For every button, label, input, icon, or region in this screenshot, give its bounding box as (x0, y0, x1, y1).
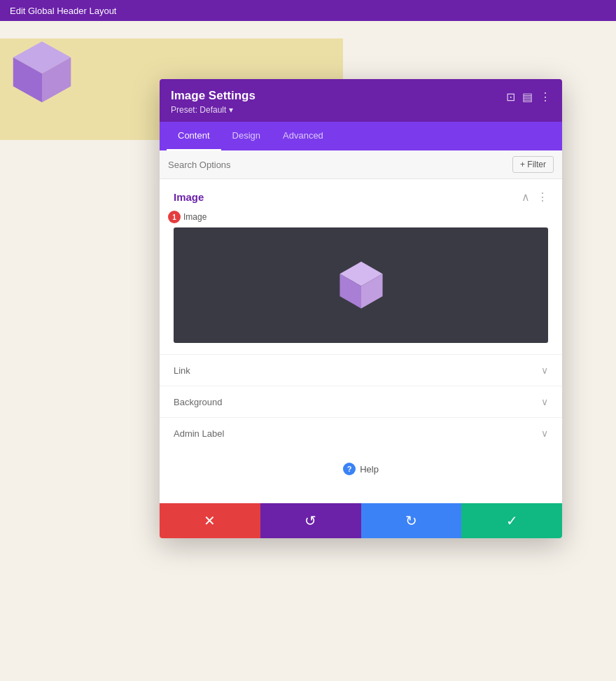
admin-label-section[interactable]: Admin Label ∨ (160, 417, 562, 449)
field-badge: 1 (168, 211, 181, 223)
undo-button[interactable]: ↺ (260, 503, 361, 538)
columns-icon[interactable]: ▤ (522, 92, 533, 103)
modal-header: Image Settings Preset: Default ▾ ⊡ ▤ ⋮ (160, 79, 562, 122)
admin-label-arrow-icon: ∨ (541, 428, 548, 439)
fullscreen-icon[interactable]: ⊡ (506, 92, 515, 103)
section-header: Image ∧ ⋮ (174, 190, 548, 204)
link-arrow-icon: ∨ (541, 365, 548, 376)
section-actions: ∧ ⋮ (522, 190, 548, 204)
help-row: ? Help (160, 449, 562, 489)
cancel-button[interactable]: ✕ (160, 503, 260, 538)
canvas-area: Image Settings Preset: Default ▾ ⊡ ▤ ⋮ C… (0, 21, 616, 681)
collapse-icon[interactable]: ∧ (522, 190, 530, 204)
top-bar: Edit Global Header Layout (0, 0, 616, 21)
modal-content-area: Image ∧ ⋮ 1 Image (160, 179, 562, 503)
background-label: Background (174, 397, 222, 407)
save-button[interactable]: ✓ (461, 503, 562, 538)
redo-button[interactable]: ↻ (361, 503, 462, 538)
section-title: Image (174, 191, 204, 203)
tab-advanced[interactable]: Advanced (272, 122, 335, 150)
modal-header-icons: ⊡ ▤ ⋮ (506, 92, 551, 103)
tab-design[interactable]: Design (221, 122, 272, 150)
link-label: Link (174, 365, 190, 376)
image-field-label: 1 Image (174, 212, 548, 222)
top-bar-title: Edit Global Header Layout (10, 6, 116, 16)
admin-label-text: Admin Label (174, 428, 224, 439)
image-preview[interactable] (174, 227, 548, 343)
tabs-bar: Content Design Advanced (160, 122, 562, 150)
section-more-icon[interactable]: ⋮ (537, 190, 548, 204)
footer-buttons: ✕ ↺ ↻ ✓ (160, 503, 562, 538)
filter-button[interactable]: + Filter (512, 156, 554, 173)
help-label[interactable]: Help (360, 464, 379, 475)
search-bar: + Filter (160, 150, 562, 179)
background-section[interactable]: Background ∨ (160, 386, 562, 417)
modal-header-info: Image Settings Preset: Default ▾ (171, 89, 255, 115)
image-section: Image ∧ ⋮ 1 Image (160, 179, 562, 354)
more-icon[interactable]: ⋮ (540, 92, 551, 103)
modal-title: Image Settings (171, 89, 255, 103)
tab-content[interactable]: Content (167, 122, 221, 150)
modal: Image Settings Preset: Default ▾ ⊡ ▤ ⋮ C… (160, 79, 562, 538)
search-input[interactable] (168, 160, 512, 170)
help-icon: ? (343, 463, 356, 475)
link-section[interactable]: Link ∨ (160, 354, 562, 386)
preset-selector[interactable]: Preset: Default ▾ (171, 105, 255, 115)
background-arrow-icon: ∨ (541, 396, 548, 407)
cube-decoration (4, 35, 74, 119)
